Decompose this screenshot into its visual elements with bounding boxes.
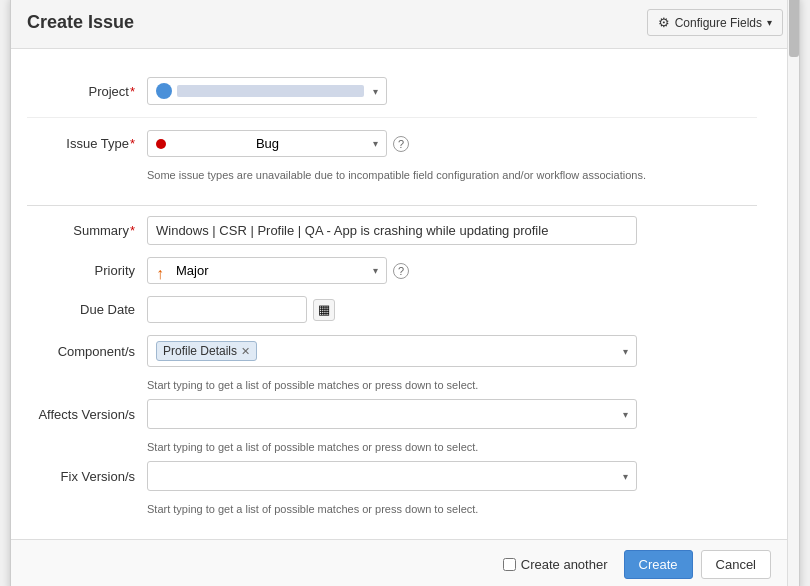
affects-version-hint: Start typing to get a list of possible m… xyxy=(147,441,757,453)
gear-icon: ⚙ xyxy=(658,15,670,30)
issue-type-help-text: Some issue types are unavailable due to … xyxy=(147,169,757,181)
issue-type-help-icon[interactable]: ? xyxy=(393,136,409,152)
issue-type-dropdown-arrow: ▾ xyxy=(373,138,378,149)
create-another-label: Create another xyxy=(521,557,608,572)
project-icon xyxy=(156,83,172,99)
project-row: Project* ▾ xyxy=(27,77,757,105)
issue-type-row: Issue Type* Bug ▾ ? xyxy=(27,130,757,157)
issue-type-control: Bug ▾ ? xyxy=(147,130,757,157)
project-label: Project* xyxy=(27,84,147,99)
project-required: * xyxy=(130,84,135,99)
due-date-control: ▦ xyxy=(147,296,757,323)
summary-required: * xyxy=(130,223,135,238)
cancel-button[interactable]: Cancel xyxy=(701,550,771,579)
summary-row: Summary* xyxy=(27,216,757,245)
affects-version-dropdown-arrow: ▾ xyxy=(623,409,628,420)
tags-container: Profile Details ✕ xyxy=(156,341,619,361)
create-another-checkbox[interactable] xyxy=(503,558,516,571)
fix-version-control: ▾ xyxy=(147,461,757,491)
components-control: Profile Details ✕ ▾ xyxy=(147,335,757,367)
tag-label: Profile Details xyxy=(163,344,237,358)
affects-version-select[interactable]: ▾ xyxy=(147,399,637,429)
create-issue-dialog: Create Issue ⚙ Configure Fields ▾ Projec… xyxy=(10,0,800,586)
components-row: Component/s Profile Details ✕ ▾ xyxy=(27,335,757,367)
fix-version-row: Fix Version/s ▾ xyxy=(27,461,757,491)
priority-help-icon[interactable]: ? xyxy=(393,263,409,279)
due-date-label: Due Date xyxy=(27,302,147,317)
components-dropdown-arrow: ▾ xyxy=(623,346,628,357)
issue-type-required: * xyxy=(130,136,135,151)
priority-value: Major xyxy=(176,263,209,278)
dialog-footer: Create another Create Cancel xyxy=(11,539,787,586)
create-button[interactable]: Create xyxy=(624,550,693,579)
dialog-header: Create Issue ⚙ Configure Fields ▾ xyxy=(11,0,799,49)
issue-type-value: Bug xyxy=(256,136,279,151)
affects-version-label: Affects Version/s xyxy=(27,407,147,422)
project-dropdown-arrow: ▾ xyxy=(373,86,378,97)
fix-version-select[interactable]: ▾ xyxy=(147,461,637,491)
dialog-title: Create Issue xyxy=(27,12,134,33)
project-text xyxy=(177,85,364,97)
due-date-row: Due Date ▦ xyxy=(27,296,757,323)
due-date-input[interactable] xyxy=(147,296,307,323)
dialog-body: Project* ▾ Issue Type* xyxy=(11,49,787,539)
fix-version-label: Fix Version/s xyxy=(27,469,147,484)
priority-dropdown-arrow: ▾ xyxy=(373,265,378,276)
priority-icon: ↑ xyxy=(156,265,168,277)
priority-row: Priority ↑ Major ▾ ? xyxy=(27,257,757,284)
affects-version-control: ▾ xyxy=(147,399,757,429)
affects-version-row: Affects Version/s ▾ xyxy=(27,399,757,429)
priority-control: ↑ Major ▾ ? xyxy=(147,257,757,284)
summary-label: Summary* xyxy=(27,223,147,238)
scrollbar-thumb[interactable] xyxy=(789,0,799,57)
summary-control xyxy=(147,216,757,245)
chevron-down-icon: ▾ xyxy=(767,17,772,28)
create-another-wrapper: Create another xyxy=(503,557,608,572)
components-label: Component/s xyxy=(27,344,147,359)
fix-version-hint: Start typing to get a list of possible m… xyxy=(147,503,757,515)
project-select[interactable]: ▾ xyxy=(147,77,387,105)
calendar-icon[interactable]: ▦ xyxy=(313,299,335,321)
issue-type-section: Issue Type* Bug ▾ ? Some issue types are… xyxy=(27,117,757,201)
components-select[interactable]: Profile Details ✕ ▾ xyxy=(147,335,637,367)
priority-select[interactable]: ↑ Major ▾ xyxy=(147,257,387,284)
component-tag[interactable]: Profile Details ✕ xyxy=(156,341,257,361)
configure-fields-label: Configure Fields xyxy=(675,16,762,30)
issue-type-dot xyxy=(156,139,166,149)
issue-type-select[interactable]: Bug ▾ xyxy=(147,130,387,157)
configure-fields-button[interactable]: ⚙ Configure Fields ▾ xyxy=(647,9,783,36)
components-hint: Start typing to get a list of possible m… xyxy=(147,379,757,391)
issue-type-label: Issue Type* xyxy=(27,136,147,151)
project-section: Project* ▾ xyxy=(27,65,757,117)
priority-label: Priority xyxy=(27,263,147,278)
summary-input[interactable] xyxy=(147,216,637,245)
scrollbar[interactable] xyxy=(787,0,799,586)
tag-close-icon[interactable]: ✕ xyxy=(241,345,250,358)
fix-version-dropdown-arrow: ▾ xyxy=(623,471,628,482)
project-control: ▾ xyxy=(147,77,757,105)
